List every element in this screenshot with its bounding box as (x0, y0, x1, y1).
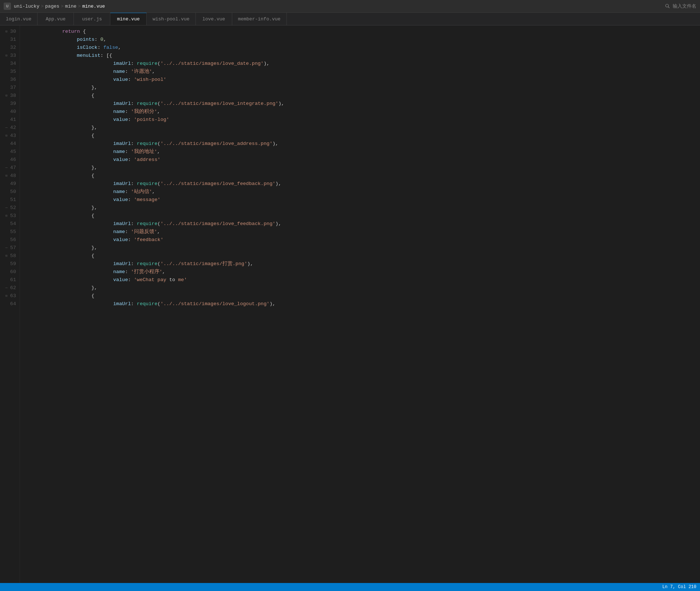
fold-dash-57: — (4, 246, 9, 250)
code-line-37: }, (26, 84, 700, 92)
fold-icon-63[interactable] (4, 294, 9, 298)
line-num-44: 44 (0, 140, 20, 148)
fold-icon-30[interactable] (4, 29, 9, 34)
line-num-50: 50 (0, 188, 20, 196)
code-line-35: name: '许愿池', (26, 68, 700, 76)
line-num-41: 41 (0, 116, 20, 124)
line-num-46: 46 (0, 156, 20, 164)
code-line-49: imaUrl: require('../../static/images/lov… (26, 180, 700, 188)
app-logo: U (4, 3, 11, 10)
line-num-35: 35 (0, 68, 20, 76)
line-num-43: 43 (0, 132, 20, 140)
line-num-37: 37 (0, 84, 20, 92)
line-num-33: 33 (0, 52, 20, 60)
fold-icon-33[interactable] (4, 54, 9, 58)
tab-user-js[interactable]: user.js (74, 13, 110, 25)
line-num-61: 61 (0, 276, 20, 284)
line-num-38: 38 (0, 92, 20, 100)
svg-line-1 (668, 7, 670, 8)
line-num-47: —47 (0, 164, 20, 172)
code-line-31: points: 0, (26, 36, 700, 44)
code-line-62: }, (26, 284, 700, 292)
code-editor[interactable]: return { points: 0, isClock: false, menu… (20, 25, 700, 583)
fold-icon-58[interactable] (4, 254, 9, 258)
code-line-43: { (26, 132, 700, 140)
line-num-51: 51 (0, 196, 20, 204)
code-line-56: value: 'feedback' (26, 236, 700, 244)
code-line-55: name: '问题反馈', (26, 228, 700, 236)
code-line-32: isClock: false, (26, 44, 700, 52)
code-line-44: imaUrl: require('../../static/images/lov… (26, 140, 700, 148)
fold-icon-43[interactable] (4, 134, 9, 138)
code-line-61: value: 'weChat pay to me' (26, 276, 700, 284)
fold-icon-38[interactable] (4, 94, 9, 98)
line-num-31: 31 (0, 36, 20, 44)
line-num-34: 34 (0, 60, 20, 68)
breadcrumb-mine[interactable]: mine (65, 4, 76, 9)
tab-mine-vue[interactable]: mine.vue (110, 13, 147, 25)
line-num-53: 53 (0, 212, 20, 220)
breadcrumb-root[interactable]: uni-lucky (14, 4, 39, 9)
status-position: Ln 7, Col 210 (662, 584, 696, 590)
line-num-39: 39 (0, 100, 20, 108)
code-line-33: menuList: [{ (26, 52, 700, 60)
svg-point-0 (666, 4, 669, 7)
line-num-48: 48 (0, 172, 20, 180)
code-line-51: value: 'message' (26, 196, 700, 204)
code-line-38: { (26, 92, 700, 100)
title-bar: U uni-lucky > pages > mine > mine.vue 输入… (0, 0, 700, 13)
code-line-48: { (26, 172, 700, 180)
line-num-36: 36 (0, 76, 20, 84)
tab-app-vue[interactable]: App.vue (37, 13, 74, 25)
code-line-59: imaUrl: require('../../static/images/打赏.… (26, 260, 700, 268)
code-line-40: name: '我的积分', (26, 108, 700, 116)
code-line-41: value: 'points-log' (26, 116, 700, 124)
fold-dash-62: — (4, 286, 9, 290)
fold-icon-48[interactable] (4, 174, 9, 178)
tab-member-info-vue[interactable]: member-info.vue (232, 13, 287, 25)
tab-love-vue[interactable]: love.vue (196, 13, 232, 25)
code-line-64: imaUrl: require('../../static/images/lov… (26, 300, 700, 308)
code-line-60: name: '打赏小程序', (26, 268, 700, 276)
line-num-45: 45 (0, 148, 20, 156)
status-bar: Ln 7, Col 210 (0, 583, 700, 591)
line-num-54: 54 (0, 220, 20, 228)
line-num-57: —57 (0, 244, 20, 252)
code-line-54: imaUrl: require('../../static/images/lov… (26, 220, 700, 228)
code-line-53: { (26, 212, 700, 220)
breadcrumb-file[interactable]: mine.vue (82, 4, 105, 9)
breadcrumb: uni-lucky > pages > mine > mine.vue (14, 4, 105, 9)
code-line-34: imaUrl: require('../../static/images/lov… (26, 60, 700, 68)
line-num-59: 59 (0, 260, 20, 268)
line-num-63: 63 (0, 292, 20, 300)
file-search[interactable]: 输入文件名 (665, 3, 696, 9)
fold-dash-42: — (4, 126, 9, 130)
tabs-bar: login.vue App.vue user.js mine.vue wish-… (0, 13, 700, 25)
tab-wish-pool-vue[interactable]: wish-pool.vue (147, 13, 195, 25)
code-line-45: name: '我的地址', (26, 148, 700, 156)
code-line-36: value: 'wish-pool' (26, 76, 700, 84)
code-line-42: }, (26, 124, 700, 132)
fold-dash-47: — (4, 166, 9, 170)
line-num-52: —52 (0, 204, 20, 212)
line-num-55: 55 (0, 228, 20, 236)
line-num-40: 40 (0, 108, 20, 116)
line-num-58: 58 (0, 252, 20, 260)
code-line-57: }, (26, 244, 700, 252)
tab-login-vue[interactable]: login.vue (0, 13, 37, 25)
fold-icon-53[interactable] (4, 214, 9, 218)
code-line-46: value: 'address' (26, 156, 700, 164)
code-line-39: imaUrl: require('../../static/images/lov… (26, 100, 700, 108)
line-num-49: 49 (0, 180, 20, 188)
code-line-50: name: '站内信', (26, 188, 700, 196)
code-line-30: return { (26, 28, 700, 36)
line-num-56: 56 (0, 236, 20, 244)
breadcrumb-pages[interactable]: pages (45, 4, 59, 9)
code-line-47: }, (26, 164, 700, 172)
search-label: 输入文件名 (673, 3, 696, 9)
line-num-64: 64 (0, 300, 20, 308)
line-num-62: —62 (0, 284, 20, 292)
search-icon (665, 3, 671, 9)
line-num-30: 30 (0, 28, 20, 36)
code-line-58: { (26, 252, 700, 260)
